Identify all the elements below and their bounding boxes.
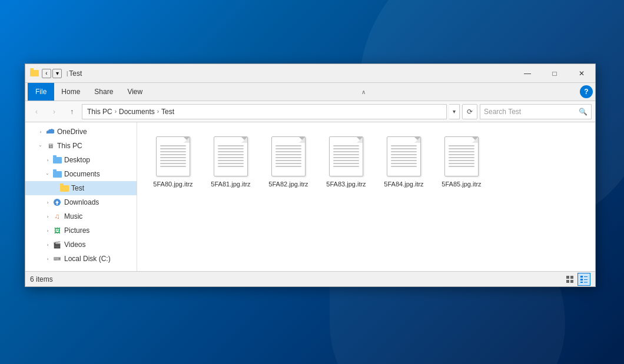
file-name-5: 5FA85.jpg.itrz: [442, 180, 481, 188]
search-box[interactable]: 🔍: [480, 104, 592, 119]
file-item-2[interactable]: 5FA82.jpg.itrz: [262, 132, 315, 192]
main-area: › OneDrive › 🖥 This PC › Desktop: [25, 122, 595, 271]
file-name-2: 5FA82.jpg.itrz: [268, 180, 308, 188]
path-documents: Documents: [119, 108, 155, 116]
window-controls: — □ ✕: [514, 64, 595, 83]
help-button[interactable]: ?: [580, 85, 593, 98]
doc-icon-3: [329, 136, 363, 176]
expand-arrow-music: ›: [44, 213, 51, 220]
path-test: Test: [161, 108, 174, 116]
file-item-3[interactable]: 5FA83.jpg.itrz: [320, 132, 373, 192]
expand-arrow-thispc: ›: [37, 142, 44, 149]
file-icon-1: [210, 135, 252, 178]
title-bar-text: Test: [69, 69, 514, 78]
file-item-0[interactable]: 5FA80.jpg.itrz: [147, 132, 200, 192]
sidebar: › OneDrive › 🖥 This PC › Desktop: [25, 122, 137, 271]
svg-rect-5: [54, 260, 57, 261]
expand-arrow-onedrive: ›: [37, 128, 44, 135]
svg-rect-9: [570, 280, 573, 283]
path-chevron-1: ›: [115, 108, 117, 115]
doc-icon-1: [214, 136, 248, 176]
svg-rect-2: [57, 203, 58, 205]
svg-rect-6: [566, 276, 569, 279]
file-icon-3: [325, 135, 367, 178]
svg-rect-13: [584, 279, 588, 280]
search-input[interactable]: [484, 108, 576, 116]
tab-home[interactable]: Home: [54, 83, 87, 101]
pc-icon: 🖥: [45, 141, 55, 151]
path-chevron-2: ›: [157, 108, 159, 115]
videos-icon: 🎬: [52, 240, 62, 249]
sidebar-label-localdisk: Local Disk (C:): [64, 255, 111, 263]
tab-file[interactable]: File: [28, 83, 54, 101]
address-dropdown-button[interactable]: ▾: [449, 104, 460, 119]
view-toggle-buttons: [563, 273, 590, 286]
file-explorer-window: ‹ ▾ | Test — □ ✕ File Home Share View ∧ …: [25, 64, 596, 287]
sidebar-item-thispc[interactable]: › 🖥 This PC: [25, 139, 137, 153]
address-bar: ‹ › ↑ This PC › Documents › Test ▾ ⟳ 🔍: [25, 101, 595, 122]
doc-icon-4: [387, 136, 421, 176]
tab-share[interactable]: Share: [87, 83, 120, 101]
svg-rect-7: [570, 276, 573, 279]
file-item-4[interactable]: 5FA84.jpg.itrz: [377, 132, 430, 192]
documents-folder-icon: [52, 169, 62, 179]
file-name-0: 5FA80.jpg.itrz: [153, 180, 192, 188]
path-segment-test: Test: [161, 108, 174, 116]
tab-view[interactable]: View: [120, 83, 150, 101]
svg-rect-12: [580, 279, 583, 280]
back-button[interactable]: ‹: [29, 104, 44, 119]
ribbon-tabs: File Home Share View ∧ ?: [25, 83, 595, 101]
doc-icon-5: [444, 136, 479, 176]
sidebar-item-desktop[interactable]: › Desktop: [25, 153, 137, 167]
maximize-button[interactable]: □: [541, 64, 568, 83]
minimize-button[interactable]: —: [514, 64, 541, 83]
sidebar-item-localdisk[interactable]: › Local Disk (C:): [25, 252, 137, 266]
file-name-3: 5FA83.jpg.itrz: [326, 180, 366, 188]
expand-arrow-videos: ›: [44, 241, 51, 248]
svg-point-4: [59, 258, 60, 259]
status-bar: 6 items: [25, 271, 595, 286]
ribbon-collapse-chevron[interactable]: ∧: [361, 89, 366, 95]
sidebar-item-documents[interactable]: › Documents: [25, 167, 137, 181]
pictures-icon: 🖼: [52, 226, 62, 235]
expand-arrow-pictures: ›: [44, 227, 51, 234]
search-icon[interactable]: 🔍: [579, 108, 588, 116]
sidebar-label-documents: Documents: [64, 170, 100, 178]
title-bar-folder-icon: [30, 69, 39, 78]
forward-button[interactable]: ›: [47, 104, 62, 119]
downloads-icon: [52, 198, 62, 207]
sidebar-item-onedrive[interactable]: › OneDrive: [25, 125, 137, 139]
file-icon-5: [440, 135, 483, 178]
close-button[interactable]: ✕: [568, 64, 595, 83]
onedrive-icon: [45, 127, 55, 136]
title-bar-stack-btn[interactable]: ▾: [52, 69, 62, 78]
sidebar-item-videos[interactable]: › 🎬 Videos: [25, 238, 137, 252]
title-bar-stack-icons: ‹ ▾: [42, 69, 62, 78]
doc-icon-0: [156, 136, 190, 176]
refresh-button[interactable]: ⟳: [462, 104, 477, 119]
sidebar-label-thispc: This PC: [57, 142, 82, 150]
sidebar-label-desktop: Desktop: [64, 156, 90, 164]
file-item-5[interactable]: 5FA85.jpg.itrz: [435, 132, 488, 192]
address-path[interactable]: This PC › Documents › Test: [82, 104, 447, 119]
details-view-button[interactable]: [577, 273, 590, 286]
music-icon: ♫: [52, 212, 62, 221]
sidebar-item-pictures[interactable]: › 🖼 Pictures: [25, 223, 137, 238]
file-icon-0: [152, 135, 194, 178]
sidebar-item-test[interactable]: › Test: [25, 181, 137, 195]
up-button[interactable]: ↑: [64, 104, 79, 119]
sidebar-item-downloads[interactable]: › Downloads: [25, 195, 137, 209]
expand-arrow-desktop: ›: [44, 156, 51, 163]
svg-rect-10: [580, 276, 583, 278]
large-icons-view-button[interactable]: [563, 273, 576, 286]
title-bar: ‹ ▾ | Test — □ ✕: [25, 64, 595, 83]
file-icon-2: [267, 135, 310, 178]
sidebar-label-onedrive: OneDrive: [57, 128, 87, 136]
ribbon: File Home Share View ∧ ?: [25, 83, 595, 101]
title-bar-back-btn[interactable]: ‹: [42, 69, 51, 78]
path-segment-thispc: This PC: [87, 108, 112, 116]
path-this-pc: This PC: [87, 108, 112, 116]
sidebar-item-music[interactable]: › ♫ Music: [25, 209, 137, 223]
test-folder-icon: [59, 183, 69, 193]
file-item-1[interactable]: 5FA81.jpg.itrz: [204, 132, 257, 192]
